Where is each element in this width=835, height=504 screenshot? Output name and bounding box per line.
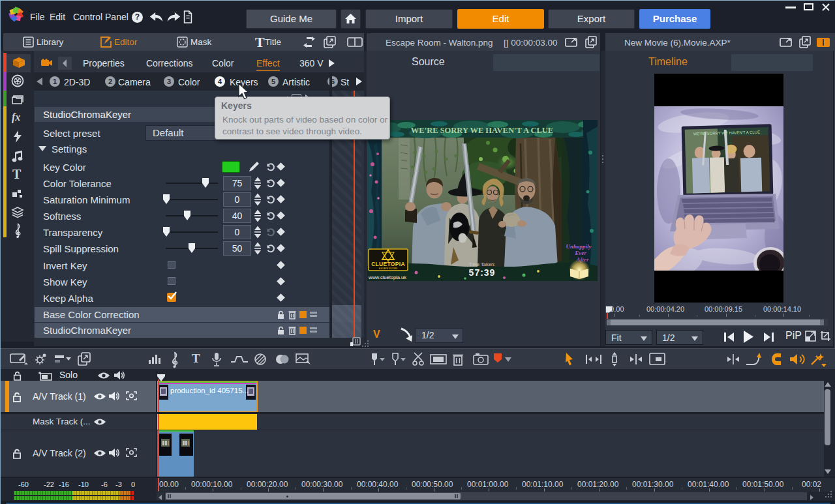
svg-text:Ever: Ever: [574, 250, 586, 256]
svg-text:Unhappily: Unhappily: [566, 243, 592, 250]
svg-text:CLUETOPIA: CLUETOPIA: [371, 261, 405, 267]
svg-text:WE'RE SORRY WE HAVEN'T A CLUE: WE'RE SORRY WE HAVEN'T A CLUE: [411, 126, 553, 135]
svg-text:www.cluetopia.uk: www.cluetopia.uk: [368, 274, 406, 280]
svg-text:Time Taken:: Time Taken:: [469, 261, 495, 267]
svg-text:ESCAPE ROOMS: ESCAPE ROOMS: [379, 267, 398, 270]
svg-text:57:39: 57:39: [469, 267, 496, 278]
